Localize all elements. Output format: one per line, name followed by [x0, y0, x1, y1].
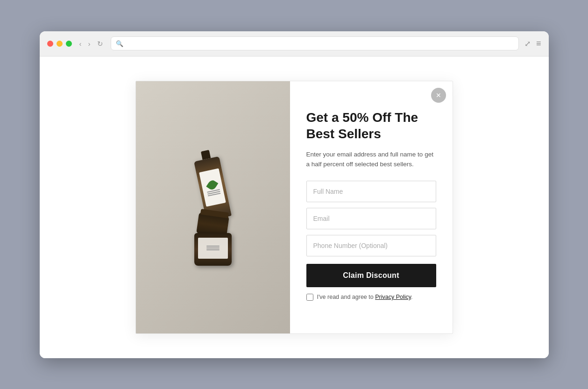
modal-card: ✕ Get a 50% Off The Best Sellers Enter y… [135, 81, 453, 334]
phone-group [306, 235, 436, 256]
bottle-label [199, 168, 226, 206]
reload-button[interactable]: ↻ [95, 39, 105, 48]
back-button[interactable]: ‹ [78, 39, 84, 48]
nav-buttons: ‹ › ↻ [78, 39, 105, 48]
email-input[interactable] [306, 208, 436, 229]
jar-label [198, 238, 228, 259]
claim-discount-button[interactable]: Claim Discount [306, 264, 436, 287]
expand-icon[interactable]: ⤢ [524, 39, 531, 48]
fullname-group [306, 181, 436, 202]
browser-window: ‹ › ↻ 🔍 ⤢ ≡ [40, 31, 549, 358]
menu-icon[interactable]: ≡ [536, 39, 541, 49]
close-button[interactable]: ✕ [431, 88, 446, 103]
jar-line-3 [206, 249, 220, 250]
jar-line-2 [206, 248, 220, 248]
traffic-lights [47, 41, 72, 47]
browser-actions: ⤢ ≡ [524, 39, 541, 49]
forward-button[interactable]: › [86, 39, 92, 48]
modal-heading: Get a 50% Off The Best Sellers [306, 109, 436, 142]
traffic-light-green[interactable] [66, 41, 72, 47]
product-stack [194, 158, 232, 266]
modal-description: Enter your email address and full name t… [306, 149, 436, 170]
privacy-policy-link[interactable]: Privacy Policy [375, 294, 411, 300]
traffic-light-yellow[interactable] [57, 41, 63, 47]
privacy-row: I've read and agree to Privacy Policy. [306, 294, 436, 301]
email-group [306, 208, 436, 229]
modal-form-panel: ✕ Get a 50% Off The Best Sellers Enter y… [290, 81, 453, 333]
browser-chrome: ‹ › ↻ 🔍 ⤢ ≡ [40, 31, 549, 57]
search-icon: 🔍 [116, 40, 123, 47]
product-jar-large [194, 233, 232, 266]
privacy-checkbox[interactable] [306, 294, 313, 301]
traffic-light-red[interactable] [47, 41, 53, 47]
browser-content: ✕ Get a 50% Off The Best Sellers Enter y… [40, 57, 549, 358]
jar-line-1 [206, 246, 220, 247]
address-bar[interactable]: 🔍 [111, 36, 519, 50]
privacy-text: I've read and agree to Privacy Policy. [317, 294, 413, 300]
phone-input[interactable] [306, 235, 436, 256]
product-image [136, 81, 290, 333]
leaf-icon [206, 178, 218, 191]
modal-image-panel [136, 81, 290, 333]
fullname-input[interactable] [306, 181, 436, 202]
